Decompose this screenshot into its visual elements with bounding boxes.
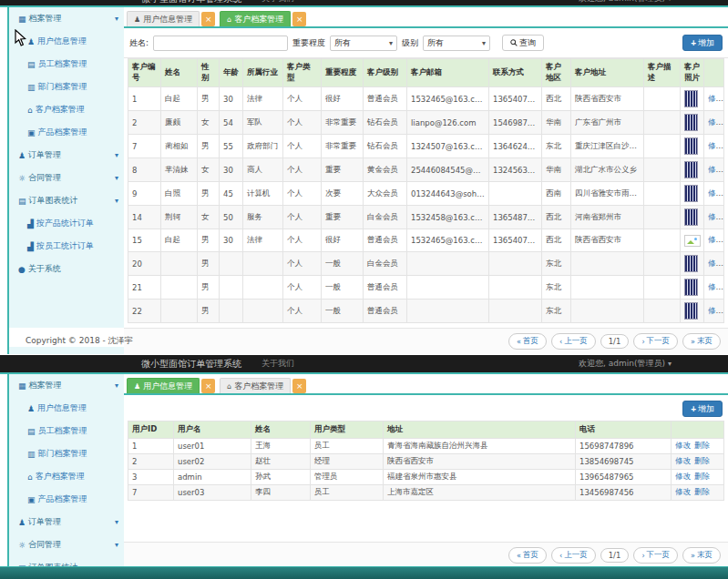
prev-page-icon: ‹ bbox=[559, 552, 562, 560]
delete-link[interactable]: 删除 bbox=[694, 487, 710, 496]
user-menu[interactable]: 欢迎您, admin(管理员)▾ bbox=[579, 358, 672, 370]
sidebar-item-section[interactable]: ♟订单管理▾ bbox=[9, 511, 124, 533]
add-customer-button[interactable]: +增加 bbox=[682, 35, 723, 51]
cell-desc bbox=[644, 276, 681, 300]
cell-name: 荆轲 bbox=[161, 206, 198, 229]
sidebar-item-entry[interactable]: ▤员工档案管理 bbox=[9, 53, 124, 76]
cell-desc bbox=[644, 206, 681, 229]
edit-link[interactable]: 修改 bbox=[708, 165, 723, 174]
tab-客户档案管理[interactable]: ⌂客户档案管理 bbox=[220, 378, 291, 393]
cell-gender: 男 bbox=[198, 229, 220, 252]
sidebar-item-entry[interactable]: ⌂客户档案管理 bbox=[9, 98, 124, 121]
cell-level: 白金会员 bbox=[364, 252, 407, 276]
edit-link[interactable]: 修改 bbox=[708, 94, 723, 103]
edit-link[interactable]: 修改 bbox=[708, 235, 723, 244]
next-page-button[interactable]: ›下一页 bbox=[633, 547, 678, 564]
close-icon[interactable]: × bbox=[201, 379, 215, 393]
importance-select[interactable]: 所有▾ bbox=[330, 36, 397, 51]
sidebar-item-entry[interactable]: ⌂客户档案管理 bbox=[9, 465, 124, 488]
level-select[interactable]: 所有▾ bbox=[423, 36, 490, 51]
edit-link[interactable]: 修改 bbox=[708, 282, 723, 291]
cell-address: 上海市嘉定区 bbox=[384, 485, 576, 501]
nav-about-link[interactable]: 关于我们 bbox=[261, 0, 294, 5]
sidebar-item-entry[interactable]: ♟用户信息管理 bbox=[9, 30, 124, 53]
name-filter-input[interactable] bbox=[153, 36, 288, 51]
sidebar-item-entry[interactable]: ▣产品档案管理 bbox=[9, 488, 124, 511]
sidebar-item-entry[interactable]: ▟按产品统计订单 bbox=[9, 212, 124, 235]
last-page-button[interactable]: »末页 bbox=[682, 333, 721, 350]
sidebar-item-section[interactable]: ♟订单管理▾ bbox=[9, 144, 124, 167]
actions-cell: 修改删除 bbox=[704, 300, 724, 323]
nav-about-link[interactable]: 关于我们 bbox=[261, 358, 294, 370]
cell-industry: 服务 bbox=[243, 206, 283, 229]
cell-email: 1532458@163.com bbox=[407, 206, 489, 229]
edit-link[interactable]: 修改 bbox=[675, 472, 691, 481]
cell-region: 东北 bbox=[542, 252, 571, 276]
edit-link[interactable]: 修改 bbox=[708, 259, 723, 268]
sidebar-item-section[interactable]: ▤订单图表统计▾ bbox=[9, 556, 124, 566]
sidebar-item-section[interactable]: ▦档案管理▾ bbox=[9, 374, 124, 397]
first-page-button[interactable]: «首页 bbox=[508, 547, 547, 564]
delete-link[interactable]: 删除 bbox=[694, 472, 710, 481]
sidebar-item-entry[interactable]: ▣产品档案管理 bbox=[9, 121, 124, 144]
sidebar-item-section[interactable]: ▦档案管理▾ bbox=[9, 7, 124, 30]
edit-link[interactable]: 修改 bbox=[675, 487, 691, 496]
cell-id: 15 bbox=[128, 229, 161, 252]
first-page-button[interactable]: «首页 bbox=[508, 333, 547, 350]
edit-link[interactable]: 修改 bbox=[708, 306, 723, 315]
delete-link[interactable]: 删除 bbox=[694, 441, 710, 450]
sidebar-item-entry[interactable]: ♟用户信息管理 bbox=[9, 397, 124, 420]
sidebar-menu-bottom: ▦档案管理▾♟用户信息管理▤员工档案管理▥部门档案管理⌂客户档案管理▣产品档案管… bbox=[9, 374, 124, 566]
customer-photo-thumbnail bbox=[684, 255, 698, 272]
close-icon[interactable]: × bbox=[292, 12, 306, 26]
cell-name: 蔺相如 bbox=[161, 135, 198, 158]
edit-link[interactable]: 修改 bbox=[708, 188, 723, 198]
tab-用户信息管理[interactable]: ♟用户信息管理 bbox=[127, 11, 200, 26]
prev-page-button[interactable]: ‹上一页 bbox=[551, 547, 596, 564]
sidebar-item-section[interactable]: ☼合同管理▾ bbox=[9, 533, 124, 556]
cell-email bbox=[407, 276, 489, 300]
prev-page-button[interactable]: ‹上一页 bbox=[551, 333, 596, 350]
edit-link[interactable]: 修改 bbox=[675, 441, 691, 450]
close-icon[interactable]: × bbox=[201, 12, 215, 26]
cell-name bbox=[161, 252, 198, 276]
next-page-button[interactable]: ›下一页 bbox=[633, 333, 678, 350]
edit-link[interactable]: 修改 bbox=[708, 212, 723, 221]
tab-客户档案管理[interactable]: ⌂客户档案管理 bbox=[220, 11, 291, 26]
caret-down-icon: ▾ bbox=[668, 360, 672, 368]
cell-phone: 13965487965 bbox=[576, 470, 672, 485]
cell-level: 大众会员 bbox=[364, 182, 407, 206]
sidebar-item-section[interactable]: ▤订单图表统计▾ bbox=[9, 189, 124, 212]
sidebar-item-entry[interactable]: ▥部门档案管理 bbox=[9, 442, 124, 465]
sidebar-item-entry[interactable]: ▤员工档案管理 bbox=[9, 420, 124, 442]
cell-id: 3 bbox=[128, 470, 174, 485]
close-icon[interactable]: × bbox=[292, 379, 306, 393]
sidebar-item-section[interactable]: ●关于系统 bbox=[9, 258, 124, 280]
column-header: 姓名 bbox=[251, 422, 311, 439]
sidebar-item-entry[interactable]: ▟按员工统计订单 bbox=[9, 235, 124, 258]
cell-username: user03 bbox=[174, 485, 251, 501]
cell-industry bbox=[243, 252, 283, 276]
delete-link[interactable]: 删除 bbox=[694, 456, 710, 465]
pager-label: 下一页 bbox=[647, 336, 671, 347]
cell-address: 重庆江津区白沙镇白云山区 bbox=[571, 135, 644, 158]
sidebar: ▦档案管理▾♟用户信息管理▤员工档案管理▥部门档案管理⌂客户档案管理▣产品档案管… bbox=[7, 374, 124, 566]
last-page-button[interactable]: »末页 bbox=[682, 547, 721, 564]
photo-cell bbox=[681, 158, 704, 182]
pager-label: 末页 bbox=[697, 550, 713, 561]
tab-用户信息管理[interactable]: ♟用户信息管理 bbox=[127, 378, 200, 393]
sidebar-item-entry[interactable]: ▥部门档案管理 bbox=[9, 76, 124, 98]
edit-link[interactable]: 修改 bbox=[675, 456, 691, 465]
user-menu[interactable]: 欢迎您, admin(管理员)▾ bbox=[579, 0, 672, 5]
user-management-screen: 微小型面馆订单管理系统 关于我们 欢迎您, admin(管理员)▾ ▦档案管理▾… bbox=[0, 355, 728, 566]
user-pagination: «首页‹上一页1/1›下一页»末页 bbox=[508, 547, 721, 564]
cell-phone: 13654875654 bbox=[489, 206, 542, 229]
add-user-button[interactable]: +增加 bbox=[682, 401, 723, 417]
sidebar-item-section[interactable]: ☼合同管理▾ bbox=[9, 167, 124, 189]
edit-link[interactable]: 修改 bbox=[708, 117, 723, 127]
chevron-down-icon: ▾ bbox=[115, 197, 118, 205]
edit-link[interactable]: 修改 bbox=[708, 141, 723, 150]
tab-label: 用户信息管理 bbox=[143, 381, 192, 392]
search-button[interactable]: 查询 bbox=[502, 35, 544, 51]
page-indicator: 1/1 bbox=[600, 334, 630, 349]
